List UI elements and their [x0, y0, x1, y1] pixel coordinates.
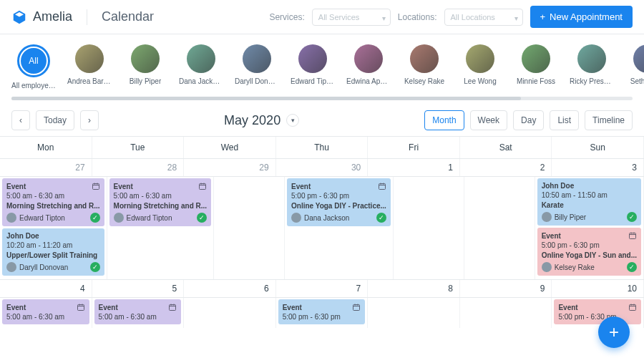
view-day[interactable]: Day: [513, 110, 544, 130]
services-label: Services:: [269, 12, 304, 22]
chevron-down-icon: ▾: [382, 14, 386, 22]
employee-item[interactable]: Kelsey Rake: [402, 44, 447, 90]
event-card[interactable]: John Doe10:50 am - 11:50 amKarateBilly P…: [537, 178, 641, 226]
view-week[interactable]: Week: [470, 110, 507, 130]
avatar: [298, 44, 327, 73]
date-cell[interactable]: 10: [552, 280, 644, 297]
calendar-toolbar: ‹ Today › May 2020 ▾ MonthWeekDayListTim…: [0, 105, 644, 136]
employee-item[interactable]: Billy Piper: [123, 44, 167, 90]
event-who: Edward Tipton: [114, 213, 172, 223]
employee-name: Daryll Donov...: [235, 77, 279, 85]
event-card[interactable]: Event5:00 pm - 6:30 pm: [278, 299, 366, 324]
employee-item[interactable]: Andrea Barber: [67, 44, 112, 90]
employee-name: Seth Blake: [630, 77, 644, 85]
event-card[interactable]: Event5:00 am - 6:30 amMorning Stretching…: [2, 178, 104, 226]
view-timeline[interactable]: Timeline: [585, 110, 633, 130]
employee-name: Billy Piper: [130, 77, 161, 85]
date-cell[interactable]: 5: [92, 280, 185, 297]
date-number: 4: [2, 281, 89, 296]
employees-scrollbar[interactable]: [11, 97, 633, 100]
date-cell[interactable]: 28: [92, 159, 185, 176]
view-list[interactable]: List: [550, 110, 579, 130]
check-icon: ✓: [90, 213, 100, 223]
date-cell[interactable]: 2: [460, 159, 552, 176]
event-tag: Event: [99, 304, 118, 311]
date-cell[interactable]: 6: [184, 280, 276, 297]
date-cell[interactable]: 7: [276, 280, 369, 297]
view-month[interactable]: Month: [424, 110, 464, 130]
svg-rect-1: [200, 184, 206, 190]
period-label: May 2020: [224, 113, 280, 128]
date-cell[interactable]: 30: [276, 159, 369, 176]
employee-item[interactable]: Edwina Appl...: [346, 44, 391, 90]
event-card[interactable]: John Doe10:20 am - 11:20 amUpper/Lower S…: [2, 228, 104, 276]
services-value: All Services: [318, 13, 359, 21]
logo: Amelia: [11, 9, 87, 25]
event-card[interactable]: Event5:00 pm - 6:30 pmOnline Yoga DIY - …: [537, 228, 641, 276]
employee-item[interactable]: Daryll Donov...: [235, 44, 279, 90]
date-cell[interactable]: 29: [184, 159, 276, 176]
avatar: [6, 262, 16, 272]
events-cell: [460, 298, 552, 328]
date-number: 30: [278, 160, 366, 175]
calendar-icon: [378, 182, 386, 190]
date-cell[interactable]: 27: [0, 159, 92, 176]
check-icon: ✓: [627, 212, 637, 222]
event-tag: Event: [283, 304, 302, 311]
fab-new-button[interactable]: +: [598, 316, 630, 348]
event-tag: Event: [291, 183, 311, 190]
services-select[interactable]: All Services ▾: [312, 9, 391, 26]
avatar: [354, 44, 383, 73]
events-cell: [214, 177, 285, 279]
today-button[interactable]: Today: [36, 110, 74, 130]
employee-name: Lee Wong: [464, 77, 496, 85]
chevron-left-icon: ‹: [19, 115, 22, 125]
today-label: Today: [44, 115, 67, 125]
chevron-down-icon: ▾: [514, 14, 518, 22]
date-cell[interactable]: 8: [368, 280, 460, 297]
event-time: 5:00 am - 6:30 am: [114, 192, 208, 200]
event-card[interactable]: Event5:00 am - 6:30 am: [2, 299, 89, 324]
next-button[interactable]: ›: [80, 110, 99, 130]
employee-item[interactable]: AllAll employees: [11, 44, 56, 90]
scrollbar-thumb[interactable]: [11, 97, 521, 100]
header: Amelia Calendar Services: All Services ▾…: [0, 0, 644, 34]
event-card[interactable]: Event5:00 am - 6:30 am: [94, 299, 182, 324]
avatar: [542, 262, 552, 272]
calendar-icon: [628, 231, 637, 240]
date-cell[interactable]: 9: [460, 280, 552, 297]
avatar: [6, 213, 16, 223]
date-number: 28: [94, 160, 182, 175]
date-cell[interactable]: 4: [0, 280, 92, 297]
event-time: 10:20 am - 11:20 am: [6, 241, 100, 249]
events-cell: Event5:00 pm - 6:30 pm: [552, 298, 644, 328]
period-selector[interactable]: May 2020 ▾: [224, 113, 299, 128]
event-who: Dana Jackson: [291, 213, 349, 223]
date-number: 9: [462, 281, 550, 296]
event-time: 5:00 pm - 6:30 pm: [283, 313, 361, 321]
employee-item[interactable]: Lee Wong: [458, 44, 502, 90]
date-cell[interactable]: 3: [552, 159, 644, 176]
date-number: 2: [462, 160, 550, 175]
events-row: Event5:00 am - 6:30 amEvent5:00 am - 6:3…: [0, 297, 644, 328]
new-appointment-button[interactable]: + New Appointment: [530, 6, 633, 28]
employee-item[interactable]: Minnie Foss: [514, 44, 558, 90]
events-cell: [184, 298, 276, 328]
logo-icon: [11, 9, 27, 25]
event-title: Morning Stretching and R...: [6, 202, 100, 210]
prev-button[interactable]: ‹: [11, 110, 30, 130]
event-card[interactable]: Event5:00 pm - 6:30 pm: [554, 299, 641, 324]
event-card[interactable]: Event5:00 pm - 6:30 pmOnline Yoga DIY - …: [287, 178, 391, 226]
employee-item[interactable]: Dana Jackson: [179, 44, 223, 90]
employee-item[interactable]: Seth Blake: [625, 44, 644, 90]
avatar: [114, 213, 124, 223]
avatar: [187, 44, 215, 73]
locations-select[interactable]: All Locations ▾: [444, 9, 523, 26]
employee-item[interactable]: Ricky Pressley: [570, 44, 614, 90]
date-cell[interactable]: 1: [368, 159, 460, 176]
employee-name: Ricky Pressley: [570, 77, 614, 85]
svg-rect-7: [629, 305, 635, 311]
calendar-icon: [198, 182, 207, 190]
event-card[interactable]: Event5:00 am - 6:30 amMorning Stretching…: [109, 178, 212, 226]
employee-item[interactable]: Edward Tipton: [291, 44, 335, 90]
